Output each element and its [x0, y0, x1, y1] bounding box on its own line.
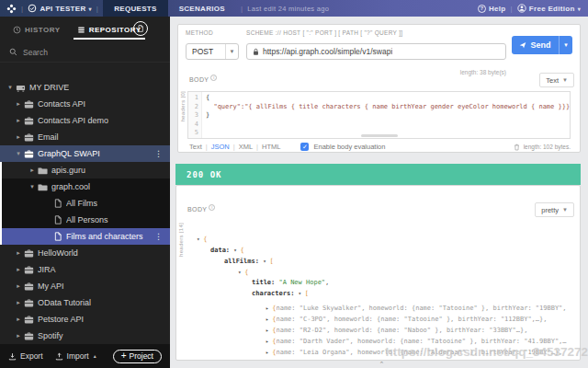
tab-scenarios[interactable]: SCENARIOS: [168, 0, 236, 17]
caret-down-icon[interactable]: ▾: [6, 84, 15, 91]
line-numbers: 12345: [188, 92, 202, 138]
tree-item-label: Contacts API: [38, 99, 85, 109]
edition-menu[interactable]: Free Edition: [529, 5, 575, 13]
new-project-button[interactable]: + Project: [113, 350, 162, 363]
tree-item-apis-guru[interactable]: ▸apis.guru: [0, 162, 170, 178]
trash-icon[interactable]: [514, 144, 520, 151]
caret-down-icon[interactable]: ▾: [28, 183, 37, 190]
json-row: ▾ {: [176, 267, 580, 278]
url-length: length: 38 byte(s): [460, 69, 506, 75]
app-logo-icon: [6, 4, 17, 14]
format-xml[interactable]: XML: [239, 143, 253, 151]
caret-right-icon[interactable]: ▸: [14, 299, 23, 306]
tree-item-my-drive[interactable]: ▾MY DRIVE: [0, 79, 170, 96]
caret-right-icon[interactable]: ▸: [14, 316, 23, 323]
tree-item-label: GraphQL SWAPI: [38, 149, 100, 158]
view-mode-select[interactable]: pretty ▼: [535, 202, 574, 217]
file-icon: [51, 199, 63, 208]
send-button[interactable]: Send ▼: [512, 36, 572, 54]
main-area: METHOD POST ▼ SCHEME :// HOST [ ":" PORT…: [170, 17, 588, 368]
search-input[interactable]: Search: [0, 42, 170, 63]
tree-item-email[interactable]: ▸Email: [0, 129, 170, 145]
json-token: [: [269, 258, 273, 265]
format-text[interactable]: Text: [189, 143, 202, 151]
briefcase-icon: [23, 298, 35, 308]
chevron-down-icon: ▾: [89, 6, 92, 12]
json-token: characters:: [252, 290, 299, 297]
body-code[interactable]: { "query":"{ allFilms { title characters…: [202, 92, 570, 138]
tree-item-contacts-api[interactable]: ▸Contacts API: [0, 96, 170, 112]
tree-item-label: apis.guru: [51, 166, 85, 175]
request-headers-tab[interactable]: headers [0]: [180, 91, 186, 121]
tree-item-all-films[interactable]: All Films: [0, 195, 170, 212]
tree-item-label: All Films: [66, 199, 97, 208]
tab-history[interactable]: HISTORY: [9, 17, 64, 42]
method-select[interactable]: POST ▼: [186, 43, 239, 60]
send-options-caret[interactable]: ▼: [559, 36, 572, 54]
json-token: name: "C-3PO", homeworld: {name: "Tatooi…: [276, 316, 547, 323]
tree-item-label: Spotify: [38, 331, 63, 340]
scroll-hint-icon[interactable]: ⌃: [379, 361, 385, 368]
json-preview-row: ▸ {name: "Leia Organa", homeworld: {name…: [176, 347, 580, 358]
body-length: length: 102 bytes.: [524, 144, 571, 150]
export-button[interactable]: Export: [8, 351, 43, 361]
eval-checkbox[interactable]: ✓: [300, 143, 309, 151]
caret-right-icon[interactable]: ▸: [14, 249, 23, 257]
json-preview-row: ▸ {name: "R2-D2", homeworld: {name: "Nab…: [176, 325, 580, 336]
import-button[interactable]: Import ▲: [55, 351, 97, 361]
json-preview-row: ▸ {name: "Owen Lars", homeworld: {name: …: [176, 358, 580, 360]
tree-item-petstore-api[interactable]: ▸Petstore API: [0, 311, 170, 328]
chevron-down-icon: ▼: [562, 207, 568, 213]
kebab-menu-icon[interactable]: ⋮: [154, 149, 163, 158]
caret-right-icon[interactable]: ▸: [28, 167, 37, 174]
tree-item-spotify[interactable]: ▸Spotify: [0, 328, 170, 344]
json-token: [: [305, 290, 309, 297]
tree-item-graphql-swapi[interactable]: ▾GraphQL SWAPI⋮: [0, 145, 170, 162]
tree-item-odata-tutorial[interactable]: ▸OData Tutorial: [0, 294, 170, 311]
format-json[interactable]: JSON: [211, 143, 230, 151]
tree-item-jira[interactable]: ▸JIRA: [0, 261, 170, 278]
tree-item-films-and-characters[interactable]: Films and characters⋮: [0, 228, 170, 245]
caret-right-icon[interactable]: ▸: [14, 282, 23, 290]
caret-right-icon[interactable]: ▸: [14, 332, 23, 339]
format-html[interactable]: HTML: [262, 143, 280, 151]
tree-item-graph-cool[interactable]: ▾graph.cool: [0, 178, 170, 195]
lock-icon: [253, 48, 259, 56]
api-tester-menu[interactable]: API TESTER ▾: [28, 4, 91, 13]
body-line-3: }: [206, 111, 570, 121]
body-editor[interactable]: 12345 { "query":"{ allFilms { title char…: [187, 91, 571, 139]
body-format-select[interactable]: Text ▼: [539, 73, 574, 87]
new-request-button[interactable]: [133, 21, 148, 36]
chevron-down-icon: ▾: [578, 6, 581, 12]
format-switch: Text|JSON|XML|HTML: [189, 143, 280, 151]
sidebar-footer: Export Import ▲ + Project: [0, 344, 170, 368]
json-preview-row: ▸ {name: "Darth Vader", homeworld: {name…: [176, 336, 580, 347]
request-panel: METHOD POST ▼ SCHEME :// HOST [ ":" PORT…: [177, 24, 581, 153]
kebab-menu-icon[interactable]: ⋮: [154, 232, 163, 241]
caret-right-icon[interactable]: ▸: [14, 133, 23, 141]
url-input[interactable]: https://api.graph.cool/simple/v1/swapi: [246, 43, 506, 60]
tree-item-my-api[interactable]: ▸My API: [0, 278, 170, 294]
json-row: data: ▾ {: [176, 245, 580, 256]
collapse-icon[interactable]: ▾: [233, 247, 240, 253]
tree-item-helloworld[interactable]: ▸HelloWorld: [0, 245, 170, 261]
json-row: title: "A New Hope",: [176, 278, 580, 288]
caret-right-icon[interactable]: ▸: [14, 117, 23, 124]
search-icon: [9, 48, 17, 56]
collapse-icon[interactable]: ▾: [299, 290, 305, 296]
caret-right-icon[interactable]: ▸: [14, 100, 23, 108]
tree-item-all-persons[interactable]: All Persons: [0, 212, 170, 228]
help-button[interactable]: Help: [489, 5, 506, 13]
horizontal-scrollbar[interactable]: [361, 134, 398, 137]
active-group-indicator: [0, 162, 2, 245]
json-token: allFilms:: [224, 258, 263, 265]
divider: |: [206, 143, 208, 151]
topbar-tabs: REQUESTSSCENARIOS: [103, 0, 236, 17]
tab-requests[interactable]: REQUESTS: [103, 0, 167, 17]
sidebar: HISTORY REPOSITORY Search ▾MY DRIVE▸Cont…: [0, 17, 170, 368]
caret-right-icon[interactable]: ▸: [14, 266, 23, 273]
json-preview-row: ▸ {name: "Luke Skywalker", homeworld: {n…: [176, 303, 580, 314]
tree-item-contacts-api-demo[interactable]: ▸Contacts API demo: [0, 112, 170, 129]
caret-down-icon[interactable]: ▾: [14, 150, 23, 157]
search-placeholder: Search: [23, 48, 48, 57]
